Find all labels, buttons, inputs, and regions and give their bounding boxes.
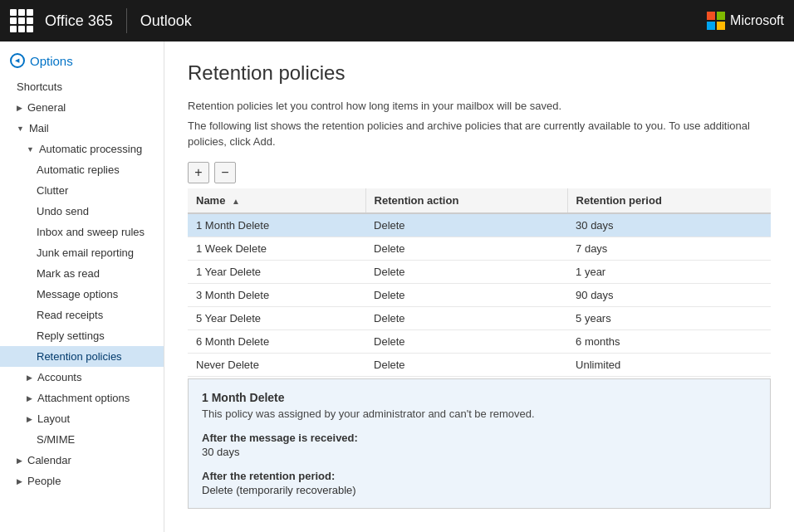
people-chevron — [17, 477, 22, 486]
smime-label: S/MIME — [37, 433, 75, 446]
message-options-label: Message options — [37, 288, 118, 300]
sidebar-item-automatic-replies[interactable]: Automatic replies — [0, 159, 164, 180]
table-cell-period: Unlimited — [567, 353, 771, 376]
table-cell-action: Delete — [365, 353, 567, 376]
sidebar-item-clutter[interactable]: Clutter — [0, 180, 164, 201]
sidebar-item-reply-settings[interactable]: Reply settings — [0, 325, 164, 346]
sidebar-item-message-options[interactable]: Message options — [0, 284, 164, 305]
table-cell-period: 7 days — [567, 237, 771, 260]
sidebar-item-inbox-sweep[interactable]: Inbox and sweep rules — [0, 222, 164, 242]
description-1: Retention policies let you control how l… — [188, 98, 771, 115]
undo-send-label: Undo send — [37, 205, 89, 217]
inbox-sweep-label: Inbox and sweep rules — [37, 226, 145, 238]
add-button[interactable]: + — [188, 162, 209, 183]
layout-label: Layout — [37, 412, 70, 425]
detail-after-received-value: 30 days — [202, 446, 757, 458]
auto-replies-label: Automatic replies — [37, 164, 120, 176]
detail-after-retention-label: After the retention period: — [202, 470, 757, 482]
detail-after-received-label: After the message is received: — [202, 432, 757, 444]
auto-proc-chevron — [27, 145, 34, 154]
table-cell-period: 1 year — [567, 260, 771, 283]
table-row[interactable]: Never DeleteDeleteUnlimited — [188, 353, 771, 376]
policy-tbody: 1 Month DeleteDelete30 days1 Week Delete… — [188, 213, 771, 377]
retention-policies-label: Retention policies — [37, 350, 122, 363]
accounts-chevron — [27, 373, 32, 382]
microsoft-brand: Microsoft — [730, 13, 784, 28]
calendar-label: Calendar — [27, 454, 71, 466]
table-cell-period: 90 days — [567, 283, 771, 306]
sidebar-item-calendar[interactable]: Calendar — [0, 450, 164, 471]
accounts-label: Accounts — [37, 371, 81, 383]
ms-squares-icon — [707, 12, 725, 30]
table-cell-name: 5 Year Delete — [188, 306, 365, 329]
remove-button[interactable]: − — [214, 162, 236, 183]
table-row[interactable]: 6 Month DeleteDelete6 months — [188, 329, 771, 353]
table-cell-action: Delete — [365, 260, 567, 283]
clutter-label: Clutter — [37, 184, 68, 197]
sidebar-item-mark-as-read[interactable]: Mark as read — [0, 263, 164, 284]
detail-after-retention-value: Delete (temporarily recoverable) — [202, 484, 757, 496]
reply-settings-label: Reply settings — [37, 329, 105, 342]
table-row[interactable]: 3 Month DeleteDelete90 days — [188, 283, 771, 306]
table-row[interactable]: 5 Year DeleteDelete5 years — [188, 306, 771, 329]
options-header[interactable]: Options — [0, 48, 164, 76]
col-header-period: Retention period — [567, 188, 771, 213]
sidebar-item-accounts[interactable]: Accounts — [0, 367, 164, 388]
sidebar-item-general[interactable]: General — [0, 97, 164, 118]
app-name-label: Outlook — [140, 12, 192, 30]
mark-as-read-label: Mark as read — [37, 267, 100, 280]
sidebar-item-retention-policies[interactable]: Retention policies — [0, 346, 164, 367]
table-row[interactable]: 1 Week DeleteDelete7 days — [188, 237, 771, 260]
junk-email-label: Junk email reporting — [37, 246, 134, 259]
table-cell-period: 5 years — [567, 306, 771, 329]
sidebar-item-shortcuts[interactable]: Shortcuts — [0, 76, 164, 97]
sidebar-item-automatic-processing[interactable]: Automatic processing — [0, 139, 164, 159]
table-cell-name: 1 Year Delete — [188, 260, 365, 283]
general-chevron — [17, 104, 22, 112]
detail-admin-note: This policy was assigned by your adminis… — [202, 408, 757, 420]
sidebar-item-attachment-options[interactable]: Attachment options — [0, 388, 164, 408]
back-icon — [10, 53, 25, 68]
microsoft-logo: Microsoft — [707, 12, 784, 30]
shortcuts-label: Shortcuts — [17, 81, 62, 93]
table-cell-action: Delete — [365, 329, 567, 353]
description-2: The following list shows the retention p… — [188, 118, 771, 150]
main-content: Retention policies Retention policies le… — [164, 41, 794, 532]
mail-chevron — [17, 124, 24, 133]
general-label: General — [27, 101, 66, 114]
toolbar: + − — [188, 162, 771, 183]
sidebar-item-smime[interactable]: S/MIME — [0, 429, 164, 450]
sidebar: Options Shortcuts General Mail Automatic… — [0, 41, 164, 532]
col-header-action: Retention action — [365, 188, 567, 213]
table-cell-period: 6 months — [567, 329, 771, 353]
table-cell-action: Delete — [365, 283, 567, 306]
table-cell-action: Delete — [365, 237, 567, 260]
topbar: Office 365 Outlook Microsoft — [0, 0, 794, 41]
options-label: Options — [30, 54, 73, 68]
table-cell-name: 3 Month Delete — [188, 283, 365, 306]
mail-label: Mail — [29, 122, 49, 134]
waffle-menu[interactable] — [10, 9, 33, 32]
table-cell-period: 30 days — [567, 213, 771, 237]
sidebar-item-layout[interactable]: Layout — [0, 408, 164, 429]
sidebar-item-people[interactable]: People — [0, 471, 164, 491]
topbar-divider — [126, 8, 127, 33]
table-row[interactable]: 1 Month DeleteDelete30 days — [188, 213, 771, 237]
calendar-chevron — [17, 456, 22, 465]
auto-proc-label: Automatic processing — [39, 143, 142, 155]
sidebar-item-read-receipts[interactable]: Read receipts — [0, 305, 164, 325]
sidebar-item-mail[interactable]: Mail — [0, 118, 164, 139]
people-label: People — [27, 475, 61, 487]
page-title: Retention policies — [188, 61, 771, 85]
sidebar-item-junk-email[interactable]: Junk email reporting — [0, 242, 164, 263]
table-cell-name: Never Delete — [188, 353, 365, 376]
sidebar-item-undo-send[interactable]: Undo send — [0, 201, 164, 222]
table-header-row: Name ▲ Retention action Retention period — [188, 188, 771, 213]
policy-table: Name ▲ Retention action Retention period… — [188, 188, 771, 377]
table-cell-action: Delete — [365, 213, 567, 237]
detail-panel: 1 Month Delete This policy was assigned … — [188, 378, 771, 509]
col-header-name: Name ▲ — [188, 188, 365, 213]
table-cell-name: 6 Month Delete — [188, 329, 365, 353]
read-receipts-label: Read receipts — [37, 309, 103, 321]
table-row[interactable]: 1 Year DeleteDelete1 year — [188, 260, 771, 283]
